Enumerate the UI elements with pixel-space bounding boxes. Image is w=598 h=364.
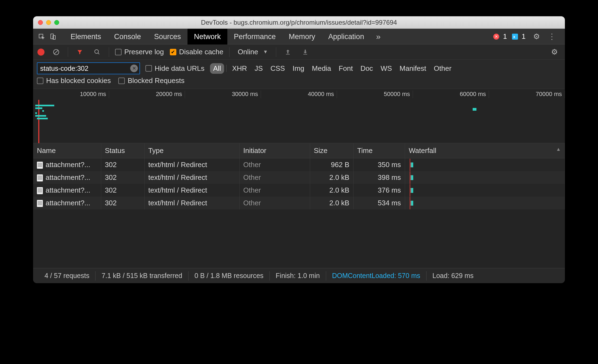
network-table-area: Name Status Type Initiator Size Time Wat…: [33, 143, 565, 268]
blocked-requests-checkbox[interactable]: Blocked Requests: [118, 76, 185, 85]
tab-performance[interactable]: Performance: [227, 29, 282, 44]
tab-application[interactable]: Application: [322, 29, 371, 44]
preserve-log-checkbox[interactable]: Preserve log: [115, 48, 164, 56]
checkbox-icon[interactable]: [118, 78, 125, 84]
column-header-type[interactable]: Type: [144, 143, 239, 158]
clear-filter-icon[interactable]: ✕: [130, 65, 138, 72]
checkbox-icon[interactable]: [115, 49, 122, 55]
type-filter-all[interactable]: All: [210, 63, 224, 74]
checkbox-icon[interactable]: [145, 65, 152, 72]
overview-bar: [35, 115, 46, 117]
tab-console[interactable]: Console: [108, 29, 148, 44]
download-har-icon[interactable]: [300, 46, 311, 58]
type-filter-media[interactable]: Media: [309, 63, 335, 74]
overview-activity: [33, 100, 565, 143]
request-status: 302: [101, 171, 144, 184]
blocked-requests-label: Blocked Requests: [128, 76, 185, 85]
filter-input-wrap[interactable]: ✕: [37, 62, 140, 74]
svg-line-6: [98, 53, 99, 54]
waterfall-load-line: [410, 171, 410, 184]
table-row[interactable]: attachment?...302text/html / RedirectOth…: [33, 171, 565, 184]
type-filters: AllXHRJSCSSImgMediaFontDocWSManifestOthe…: [210, 63, 455, 74]
column-header-waterfall[interactable]: Waterfall ▲: [405, 143, 565, 158]
waterfall-bar: [411, 162, 413, 167]
tab-network[interactable]: Network: [187, 29, 227, 44]
request-type: text/html / Redirect: [144, 197, 239, 209]
table-row[interactable]: attachment?...302text/html / RedirectOth…: [33, 197, 565, 209]
overview-tick: 30000 ms: [185, 91, 261, 98]
waterfall-cell: [409, 161, 561, 169]
overview-tick: 60000 ms: [413, 91, 489, 98]
status-resources: 0 B / 1.8 MB resources: [189, 272, 269, 280]
request-name: attachment?...: [46, 173, 90, 181]
error-badge-icon[interactable]: ✕: [493, 34, 499, 40]
tab-sources[interactable]: Sources: [148, 29, 187, 44]
table-row[interactable]: attachment?...302text/html / RedirectOth…: [33, 184, 565, 197]
preserve-log-label: Preserve log: [124, 48, 164, 56]
type-filter-css[interactable]: CSS: [267, 63, 288, 74]
column-header-status[interactable]: Status: [101, 143, 144, 158]
record-button[interactable]: [37, 49, 44, 56]
file-icon: [37, 162, 43, 169]
disable-cache-checkbox[interactable]: ✔ Disable cache: [170, 48, 223, 56]
request-size: 2.0 kB: [310, 171, 353, 184]
column-header-initiator[interactable]: Initiator: [239, 143, 310, 158]
tab-memory[interactable]: Memory: [282, 29, 322, 44]
type-filter-img[interactable]: Img: [289, 63, 307, 74]
request-size: 2.0 kB: [310, 197, 353, 209]
column-header-time[interactable]: Time: [353, 143, 405, 158]
checkbox-icon[interactable]: [37, 78, 43, 84]
throttling-value: Online: [238, 48, 258, 56]
throttling-select[interactable]: Online ▼: [236, 48, 270, 56]
network-settings-gear-icon[interactable]: ⚙: [548, 47, 561, 56]
type-filter-other[interactable]: Other: [431, 63, 455, 74]
settings-gear-icon[interactable]: ⚙: [530, 32, 543, 41]
overview-bar: [473, 108, 476, 111]
kebab-menu-icon[interactable]: ⋮: [545, 32, 558, 41]
type-filter-doc[interactable]: Doc: [357, 63, 376, 74]
upload-har-icon[interactable]: [282, 46, 294, 58]
divider: [109, 47, 109, 57]
tab-elements[interactable]: Elements: [64, 29, 108, 44]
info-count[interactable]: 1: [522, 32, 526, 41]
error-count[interactable]: 1: [503, 32, 507, 41]
request-name: attachment?...: [46, 161, 90, 169]
overview-tick: 70000 ms: [489, 91, 565, 98]
clear-icon[interactable]: [50, 46, 62, 58]
request-name: attachment?...: [46, 186, 90, 194]
table-row[interactable]: attachment?...302text/html / RedirectOth…: [33, 158, 565, 171]
waterfall-load-line: [410, 184, 410, 197]
device-mode-icon[interactable]: [47, 31, 59, 42]
waterfall-bar: [411, 201, 413, 206]
status-requests: 4 / 57 requests: [39, 272, 95, 280]
column-header-name[interactable]: Name: [33, 143, 101, 158]
status-load: Load: 629 ms: [427, 272, 480, 280]
type-filter-font[interactable]: Font: [335, 63, 356, 74]
request-size: 2.0 kB: [310, 184, 353, 197]
overview-tick: 50000 ms: [337, 91, 413, 98]
waterfall-load-line: [410, 197, 410, 209]
svg-rect-7: [286, 54, 290, 55]
overview-timeline[interactable]: 10000 ms20000 ms30000 ms40000 ms50000 ms…: [33, 89, 565, 143]
hide-data-urls-checkbox[interactable]: Hide data URLs: [145, 64, 205, 73]
type-filter-js[interactable]: JS: [251, 63, 266, 74]
search-icon[interactable]: [91, 46, 103, 58]
waterfall-cell: [409, 174, 561, 182]
type-filter-ws[interactable]: WS: [377, 63, 395, 74]
type-filter-manifest[interactable]: Manifest: [396, 63, 430, 74]
more-tabs-icon[interactable]: »: [371, 32, 386, 41]
info-badge-icon[interactable]: ⏵: [512, 34, 518, 40]
hide-data-urls-label: Hide data URLs: [155, 64, 205, 73]
filter-input[interactable]: [40, 65, 130, 72]
type-filter-xhr[interactable]: XHR: [229, 63, 250, 74]
checkbox-checked-icon[interactable]: ✔: [170, 49, 176, 55]
filter-funnel-icon[interactable]: [74, 46, 85, 58]
request-type: text/html / Redirect: [144, 158, 239, 171]
has-blocked-cookies-checkbox[interactable]: Has blocked cookies: [37, 76, 111, 85]
divider: [276, 47, 276, 57]
overview-bar: [35, 107, 42, 109]
column-header-size[interactable]: Size: [310, 143, 353, 158]
svg-rect-8: [303, 54, 307, 55]
inspect-element-icon[interactable]: [36, 31, 47, 42]
request-initiator: Other: [239, 171, 310, 184]
